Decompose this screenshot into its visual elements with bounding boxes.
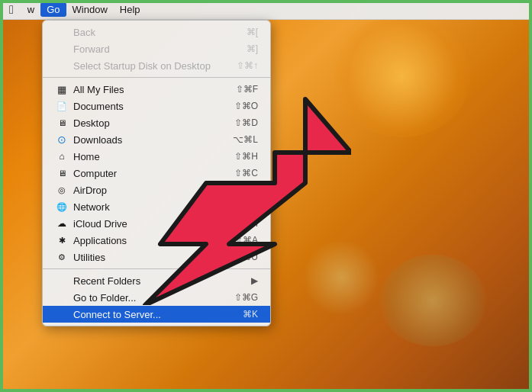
documents-icon: 📄 — [55, 99, 69, 113]
utilities-icon: ⚙ — [55, 250, 69, 264]
downloads-shortcut: ⌥⌘L — [233, 134, 258, 145]
downloads-label: Downloads — [73, 134, 233, 146]
network-icon: 🌐 — [55, 200, 69, 214]
menu-item-recent-folders[interactable]: Recent Folders ▶ — [43, 272, 270, 289]
menu-item-back[interactable]: Back ⌘[ — [43, 24, 270, 40]
desktop-shortcut: ⇧⌘D — [234, 117, 258, 128]
all-my-files-icon: ▦ — [55, 82, 69, 96]
go-to-folder-label: Go to Folder... — [73, 292, 234, 304]
airdrop-label: AirDrop — [73, 185, 234, 196]
menu-item-airdrop[interactable]: ◎ AirDrop ⇧⌘R — [43, 182, 270, 198]
utilities-shortcut: ⇧⌘U — [234, 252, 258, 262]
menu-item-desktop[interactable]: 🖥 Desktop ⇧⌘D — [43, 114, 270, 131]
home-shortcut: ⇧⌘H — [234, 151, 258, 162]
forward-label: Forward — [73, 43, 247, 55]
bg-decoration-2 — [379, 255, 486, 346]
home-icon: ⌂ — [55, 149, 69, 163]
menu-bar-item-w[interactable]: w — [21, 2, 40, 17]
menu-item-go-to-folder[interactable]: Go to Folder... ⇧⌘G — [43, 289, 270, 306]
applications-icon: ✱ — [55, 233, 69, 247]
documents-shortcut: ⇧⌘O — [234, 101, 258, 111]
all-my-files-label: All My Files — [73, 84, 236, 95]
desktop-label: Desktop — [73, 117, 234, 129]
menu-item-all-my-files[interactable]: ▦ All My Files ⇧⌘F — [43, 81, 270, 98]
apple-menu[interactable]:  — [6, 3, 21, 17]
connect-to-server-icon — [55, 307, 69, 321]
icloud-label: iCloud Drive — [73, 218, 239, 230]
menu-item-computer[interactable]: 🖥 Computer ⇧⌘C — [43, 165, 270, 182]
go-to-folder-shortcut: ⇧⌘G — [234, 292, 258, 303]
menu-item-home[interactable]: ⌂ Home ⇧⌘H — [43, 148, 270, 165]
downloads-icon: ⊙ — [55, 133, 69, 146]
icloud-shortcut: ⇧⌘I — [239, 218, 258, 229]
connect-to-server-label: Connect to Server... — [73, 309, 243, 320]
menu-item-connect-to-server[interactable]: Connect to Server... ⌘K — [43, 306, 270, 323]
back-label: Back — [73, 27, 247, 38]
all-my-files-shortcut: ⇧⌘F — [236, 84, 258, 95]
utilities-label: Utilities — [73, 252, 234, 263]
recent-folders-arrow: ▶ — [251, 275, 258, 286]
network-label: Network — [73, 201, 235, 213]
documents-label: Documents — [73, 101, 234, 112]
bg-decoration-1 — [334, 15, 471, 137]
desktop-icon: 🖥 — [55, 116, 69, 130]
startup-label: Select Startup Disk on Desktop — [73, 60, 237, 72]
go-to-folder-icon — [55, 291, 69, 304]
forward-icon — [55, 42, 69, 56]
home-label: Home — [73, 151, 234, 162]
network-shortcut: ⇧⌘K — [235, 201, 258, 212]
airdrop-icon: ◎ — [55, 183, 69, 197]
menu-item-documents[interactable]: 📄 Documents ⇧⌘O — [43, 98, 270, 114]
menu-item-network[interactable]: 🌐 Network ⇧⌘K — [43, 198, 270, 215]
recent-folders-icon — [55, 274, 69, 288]
back-shortcut: ⌘[ — [247, 27, 258, 37]
computer-shortcut: ⇧⌘C — [234, 168, 258, 178]
startup-icon — [55, 59, 69, 72]
menu-bar-item-help[interactable]: Help — [114, 2, 147, 17]
menu-item-applications[interactable]: ✱ Applications ⇧⌘A — [43, 232, 270, 249]
forward-shortcut: ⌘] — [247, 43, 258, 54]
computer-icon: 🖥 — [55, 166, 69, 180]
icloud-icon: ☁ — [55, 217, 69, 230]
separator-1 — [43, 77, 270, 78]
menu-item-startup[interactable]: Select Startup Disk on Desktop ⇧⌘↑ — [43, 57, 270, 74]
menu-bar-item-window[interactable]: Window — [66, 2, 114, 17]
back-icon — [55, 25, 69, 39]
go-dropdown-menu: Back ⌘[ Forward ⌘] Select Startup Disk o… — [42, 20, 271, 326]
applications-label: Applications — [73, 235, 235, 246]
airdrop-shortcut: ⇧⌘R — [234, 185, 258, 195]
bg-decoration-3 — [303, 239, 379, 316]
separator-2 — [43, 268, 270, 269]
menu-bar:  w Go Window Help — [0, 0, 532, 20]
menu-item-icloud[interactable]: ☁ iCloud Drive ⇧⌘I — [43, 215, 270, 232]
menu-item-forward[interactable]: Forward ⌘] — [43, 40, 270, 57]
menu-item-downloads[interactable]: ⊙ Downloads ⌥⌘L — [43, 131, 270, 148]
applications-shortcut: ⇧⌘A — [235, 235, 258, 246]
computer-label: Computer — [73, 168, 234, 179]
menu-item-utilities[interactable]: ⚙ Utilities ⇧⌘U — [43, 249, 270, 265]
startup-shortcut: ⇧⌘↑ — [237, 60, 258, 71]
connect-to-server-shortcut: ⌘K — [243, 309, 258, 320]
menu-bar-item-go[interactable]: Go — [40, 2, 66, 17]
recent-folders-label: Recent Folders — [73, 275, 251, 287]
